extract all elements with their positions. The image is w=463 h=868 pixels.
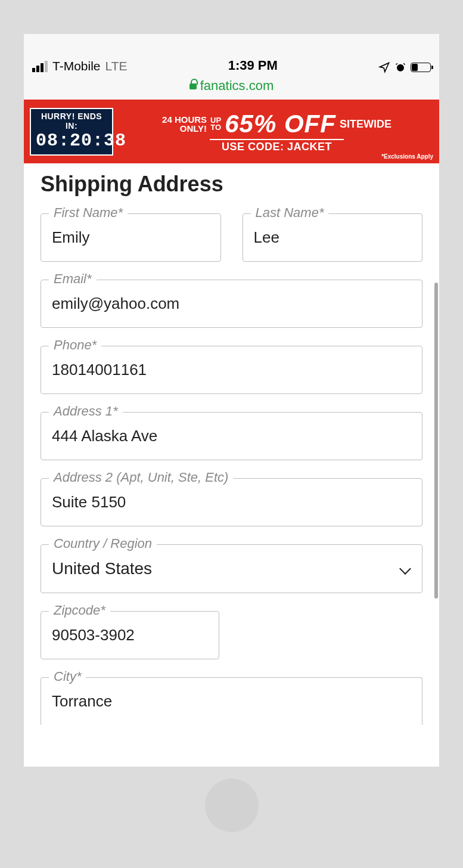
status-left: T-Mobile LTE bbox=[32, 59, 128, 73]
label-email: Email* bbox=[49, 271, 97, 287]
promo-upto-l2: TO bbox=[210, 124, 221, 131]
label-phone: Phone* bbox=[49, 337, 101, 353]
promo-banner[interactable]: HURRY! ENDS IN: 08:20:38 24 HOURS ONLY! … bbox=[24, 100, 439, 163]
network-label: LTE bbox=[105, 59, 128, 73]
select-country-value: United States bbox=[52, 559, 152, 578]
input-phone[interactable] bbox=[41, 346, 422, 394]
field-country: Country / Region United States bbox=[41, 544, 422, 593]
field-first-name: First Name* bbox=[41, 213, 221, 262]
label-first-name: First Name* bbox=[49, 205, 128, 221]
promo-usecode: USE CODE: JACKET bbox=[210, 139, 344, 152]
field-last-name: Last Name* bbox=[243, 213, 423, 262]
input-address2[interactable] bbox=[41, 478, 422, 526]
label-zipcode: Zipcode* bbox=[49, 603, 110, 618]
promo-24hours: 24 HOURS ONLY! bbox=[162, 115, 207, 133]
scroll-indicator[interactable] bbox=[434, 283, 438, 599]
signal-icon bbox=[32, 61, 48, 72]
promo-content: 24 HOURS ONLY! UP TO 65% OFF SITEWIDE US… bbox=[120, 111, 433, 152]
clock: 1:39 PM bbox=[128, 58, 379, 73]
status-right bbox=[378, 61, 431, 73]
battery-icon bbox=[411, 63, 431, 72]
chevron-down-icon bbox=[399, 563, 411, 575]
field-address1: Address 1* bbox=[41, 412, 422, 460]
input-first-name[interactable] bbox=[41, 213, 221, 262]
timer-value: 08:20:38 bbox=[36, 131, 107, 151]
device-frame: T-Mobile LTE 1:39 PM fanatics.com HURR bbox=[0, 0, 463, 868]
home-button[interactable] bbox=[205, 779, 259, 832]
form-content: Shipping Address First Name* Last Name* … bbox=[24, 163, 439, 767]
field-zipcode: Zipcode* bbox=[41, 611, 219, 659]
hurry-label: HURRY! ENDS IN: bbox=[36, 111, 107, 131]
location-icon bbox=[378, 61, 390, 73]
label-address2: Address 2 (Apt, Unit, Ste, Etc) bbox=[49, 470, 233, 485]
field-email: Email* bbox=[41, 280, 422, 328]
input-zipcode[interactable] bbox=[41, 611, 219, 659]
carrier-label: T-Mobile bbox=[52, 59, 101, 73]
input-city[interactable] bbox=[41, 677, 422, 725]
field-city: City* bbox=[41, 677, 422, 725]
promo-sitewide: SITEWIDE bbox=[340, 119, 391, 129]
browser-url-bar[interactable]: fanatics.com bbox=[24, 76, 439, 100]
promo-24hours-l2: ONLY! bbox=[162, 124, 207, 133]
promo-upto: UP TO bbox=[210, 117, 221, 131]
input-address1[interactable] bbox=[41, 412, 422, 460]
lock-icon bbox=[189, 82, 197, 90]
svg-point-0 bbox=[397, 64, 404, 72]
status-bar: T-Mobile LTE 1:39 PM bbox=[24, 34, 439, 76]
url-text: fanatics.com bbox=[200, 78, 274, 94]
countdown-timer: HURRY! ENDS IN: 08:20:38 bbox=[30, 108, 113, 156]
page-title: Shipping Address bbox=[41, 172, 422, 197]
select-country[interactable]: United States bbox=[41, 544, 422, 593]
input-email[interactable] bbox=[41, 280, 422, 328]
field-address2: Address 2 (Apt, Unit, Ste, Etc) bbox=[41, 478, 422, 526]
label-country: Country / Region bbox=[49, 536, 157, 551]
promo-24hours-l1: 24 HOURS bbox=[162, 115, 207, 124]
label-address1: Address 1* bbox=[49, 404, 123, 419]
label-city: City* bbox=[49, 669, 86, 684]
promo-exclusions: *Exclusions Apply bbox=[381, 153, 433, 160]
label-last-name: Last Name* bbox=[251, 205, 329, 221]
alarm-icon bbox=[395, 62, 406, 73]
field-phone: Phone* bbox=[41, 346, 422, 394]
input-last-name[interactable] bbox=[243, 213, 423, 262]
promo-percent: 65% OFF bbox=[225, 111, 336, 137]
screen: T-Mobile LTE 1:39 PM fanatics.com HURR bbox=[24, 34, 439, 767]
